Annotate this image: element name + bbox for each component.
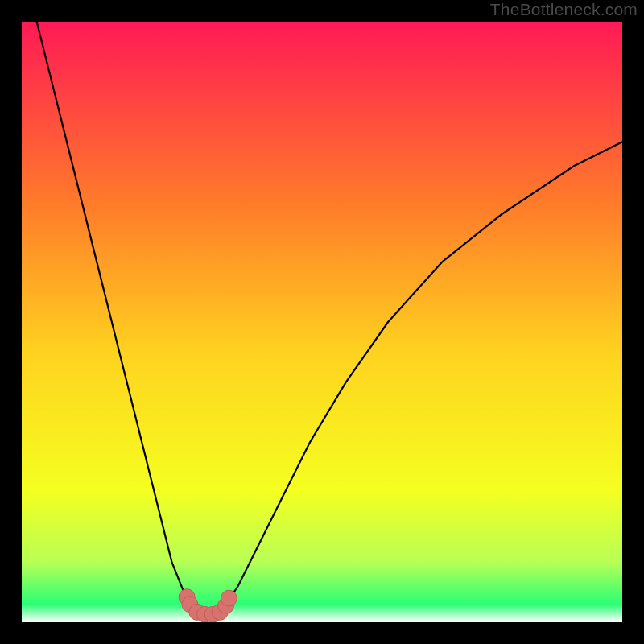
chart-svg [22,22,622,622]
plot-area [22,22,622,622]
watermark-text: TheBottleneck.com [490,0,638,19]
curve-marker [221,590,237,606]
chart-frame: TheBottleneck.com [0,0,644,644]
